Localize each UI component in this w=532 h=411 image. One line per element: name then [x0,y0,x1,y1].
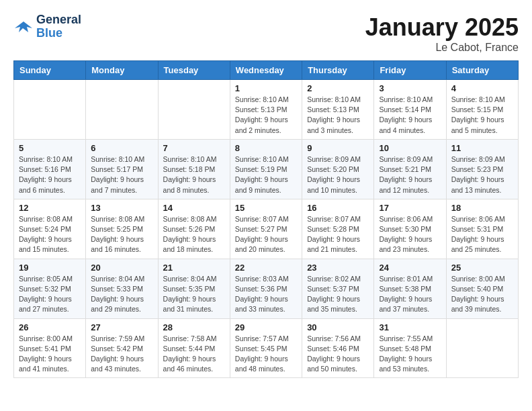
day-info: Sunrise: 8:10 AM Sunset: 5:13 PM Dayligh… [307,95,369,136]
day-info: Sunrise: 8:09 AM Sunset: 5:20 PM Dayligh… [307,154,369,195]
day-number: 27 [91,322,152,332]
day-number: 30 [307,322,369,332]
calendar-cell: 4Sunrise: 8:10 AM Sunset: 5:15 PM Daylig… [446,80,518,140]
day-number: 24 [379,263,441,273]
weekday-header-thursday: Thursday [302,61,374,80]
calendar-cell: 15Sunrise: 8:07 AM Sunset: 5:27 PM Dayli… [230,199,302,259]
week-row-3: 12Sunrise: 8:08 AM Sunset: 5:24 PM Dayli… [14,199,519,259]
calendar-cell: 20Sunrise: 8:04 AM Sunset: 5:33 PM Dayli… [86,259,158,318]
day-number: 2 [307,83,369,93]
calendar-cell: 1Sunrise: 8:10 AM Sunset: 5:13 PM Daylig… [230,80,302,140]
day-info: Sunrise: 8:10 AM Sunset: 5:15 PM Dayligh… [451,95,513,136]
logo-icon [13,19,34,35]
day-number: 21 [163,263,225,273]
calendar-cell: 11Sunrise: 8:09 AM Sunset: 5:23 PM Dayli… [446,139,518,199]
weekday-header-monday: Monday [86,61,158,80]
calendar-cell: 2Sunrise: 8:10 AM Sunset: 5:13 PM Daylig… [302,80,374,140]
calendar-cell: 14Sunrise: 8:08 AM Sunset: 5:26 PM Dayli… [158,199,230,259]
calendar-cell [14,80,86,140]
day-info: Sunrise: 8:08 AM Sunset: 5:25 PM Dayligh… [91,214,152,255]
weekday-header-row: SundayMondayTuesdayWednesdayThursdayFrid… [14,61,519,80]
day-number: 17 [379,203,441,213]
calendar-cell: 10Sunrise: 8:09 AM Sunset: 5:21 PM Dayli… [374,139,446,199]
calendar-title-block: January 2025 Le Cabot, France [365,13,519,54]
calendar-cell: 19Sunrise: 8:05 AM Sunset: 5:32 PM Dayli… [14,259,86,318]
day-number: 23 [307,263,369,273]
day-number: 22 [235,263,297,273]
day-number: 4 [451,83,513,93]
day-info: Sunrise: 8:02 AM Sunset: 5:37 PM Dayligh… [307,274,369,315]
day-info: Sunrise: 8:08 AM Sunset: 5:24 PM Dayligh… [19,214,81,255]
calendar-cell: 16Sunrise: 8:07 AM Sunset: 5:28 PM Dayli… [302,199,374,259]
day-number: 16 [307,203,369,213]
weekday-header-wednesday: Wednesday [230,61,302,80]
calendar-table: SundayMondayTuesdayWednesdayThursdayFrid… [13,60,519,378]
calendar-cell: 29Sunrise: 7:57 AM Sunset: 5:45 PM Dayli… [230,318,302,378]
calendar-cell: 7Sunrise: 8:10 AM Sunset: 5:18 PM Daylig… [158,139,230,199]
calendar-title: January 2025 [365,13,519,42]
calendar-cell: 28Sunrise: 7:58 AM Sunset: 5:44 PM Dayli… [158,318,230,378]
calendar-cell [86,80,158,140]
day-info: Sunrise: 7:56 AM Sunset: 5:46 PM Dayligh… [307,334,369,375]
day-number: 12 [19,203,81,213]
day-number: 28 [163,322,225,332]
calendar-cell: 18Sunrise: 8:06 AM Sunset: 5:31 PM Dayli… [446,199,518,259]
day-info: Sunrise: 8:00 AM Sunset: 5:41 PM Dayligh… [19,334,81,375]
calendar-cell: 6Sunrise: 8:10 AM Sunset: 5:17 PM Daylig… [86,139,158,199]
day-info: Sunrise: 8:10 AM Sunset: 5:19 PM Dayligh… [235,154,297,195]
day-number: 5 [19,143,81,153]
day-info: Sunrise: 7:55 AM Sunset: 5:48 PM Dayligh… [379,334,441,375]
calendar-cell: 13Sunrise: 8:08 AM Sunset: 5:25 PM Dayli… [86,199,158,259]
day-info: Sunrise: 8:06 AM Sunset: 5:30 PM Dayligh… [379,214,441,255]
day-number: 7 [163,143,225,153]
week-row-2: 5Sunrise: 8:10 AM Sunset: 5:16 PM Daylig… [14,139,519,199]
day-number: 14 [163,203,225,213]
calendar-cell: 9Sunrise: 8:09 AM Sunset: 5:20 PM Daylig… [302,139,374,199]
calendar-subtitle: Le Cabot, France [365,42,519,54]
weekday-header-friday: Friday [374,61,446,80]
calendar-cell: 30Sunrise: 7:56 AM Sunset: 5:46 PM Dayli… [302,318,374,378]
day-info: Sunrise: 8:00 AM Sunset: 5:40 PM Dayligh… [451,274,513,315]
day-info: Sunrise: 8:05 AM Sunset: 5:32 PM Dayligh… [19,274,81,315]
day-number: 25 [451,263,513,273]
week-row-1: 1Sunrise: 8:10 AM Sunset: 5:13 PM Daylig… [14,80,519,140]
week-row-5: 26Sunrise: 8:00 AM Sunset: 5:41 PM Dayli… [14,318,519,378]
day-number: 3 [379,83,441,93]
calendar-cell: 25Sunrise: 8:00 AM Sunset: 5:40 PM Dayli… [446,259,518,318]
day-number: 9 [307,143,369,153]
calendar-cell: 27Sunrise: 7:59 AM Sunset: 5:42 PM Dayli… [86,318,158,378]
day-info: Sunrise: 8:01 AM Sunset: 5:38 PM Dayligh… [379,274,441,315]
day-info: Sunrise: 8:07 AM Sunset: 5:27 PM Dayligh… [235,214,297,255]
day-info: Sunrise: 8:09 AM Sunset: 5:23 PM Dayligh… [451,154,513,195]
calendar-cell: 12Sunrise: 8:08 AM Sunset: 5:24 PM Dayli… [14,199,86,259]
calendar-cell [158,80,230,140]
day-number: 13 [91,203,152,213]
day-info: Sunrise: 8:08 AM Sunset: 5:26 PM Dayligh… [163,214,225,255]
day-info: Sunrise: 8:03 AM Sunset: 5:36 PM Dayligh… [235,274,297,315]
calendar-cell: 8Sunrise: 8:10 AM Sunset: 5:19 PM Daylig… [230,139,302,199]
weekday-header-tuesday: Tuesday [158,61,230,80]
calendar-cell: 21Sunrise: 8:04 AM Sunset: 5:35 PM Dayli… [158,259,230,318]
logo-text: General Blue [36,13,81,40]
day-number: 26 [19,322,81,332]
day-info: Sunrise: 8:04 AM Sunset: 5:33 PM Dayligh… [91,274,152,315]
week-row-4: 19Sunrise: 8:05 AM Sunset: 5:32 PM Dayli… [14,259,519,318]
day-info: Sunrise: 8:06 AM Sunset: 5:31 PM Dayligh… [451,214,513,255]
day-number: 15 [235,203,297,213]
weekday-header-sunday: Sunday [14,61,86,80]
day-number: 1 [235,83,297,93]
day-number: 8 [235,143,297,153]
day-info: Sunrise: 7:58 AM Sunset: 5:44 PM Dayligh… [163,334,225,375]
day-info: Sunrise: 7:57 AM Sunset: 5:45 PM Dayligh… [235,334,297,375]
day-info: Sunrise: 8:09 AM Sunset: 5:21 PM Dayligh… [379,154,441,195]
weekday-header-saturday: Saturday [446,61,518,80]
day-number: 6 [91,143,152,153]
calendar-cell: 5Sunrise: 8:10 AM Sunset: 5:16 PM Daylig… [14,139,86,199]
day-number: 18 [451,203,513,213]
day-info: Sunrise: 8:10 AM Sunset: 5:14 PM Dayligh… [379,95,441,136]
day-number: 11 [451,143,513,153]
day-number: 19 [19,263,81,273]
logo: General Blue [13,13,81,40]
calendar-cell: 23Sunrise: 8:02 AM Sunset: 5:37 PM Dayli… [302,259,374,318]
day-info: Sunrise: 8:10 AM Sunset: 5:18 PM Dayligh… [163,154,225,195]
